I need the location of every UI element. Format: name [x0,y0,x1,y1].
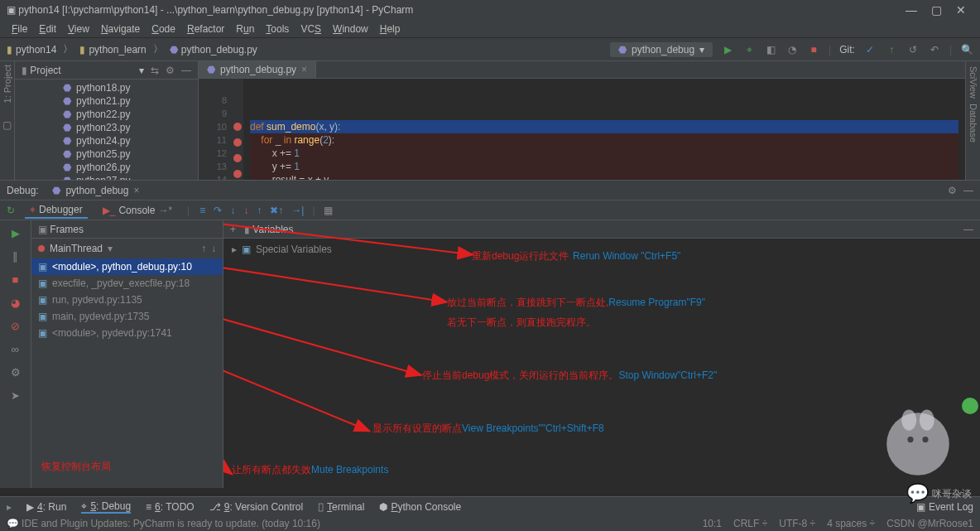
project-file[interactable]: ⬣python26.py [15,161,198,174]
stack-frame[interactable]: ▣<module>, python_debug.py:10 [31,258,223,275]
git-commit-icon[interactable]: ↑ [885,43,898,56]
minimize-button[interactable]: — [899,3,924,17]
force-step-icon[interactable]: ↓ [243,205,248,216]
step-into-icon[interactable]: ↷ [214,205,222,216]
balloon-icon[interactable]: 💬 [7,518,19,529]
project-file[interactable]: ⬣python25.py [15,147,198,161]
stack-frame[interactable]: ▣run, pydevd.py:1135 [31,292,223,308]
evaluate-icon[interactable]: ▦ [324,205,333,216]
expand-icon[interactable]: ▸ [232,244,237,255]
project-tool-tab[interactable]: 1: Project [2,65,12,103]
add-watch-icon[interactable]: + [230,224,236,235]
chevron-down-icon[interactable]: ▾ [139,65,144,76]
run-to-cursor-icon[interactable]: →| [291,205,304,216]
event-log-button[interactable]: ▣ Event Log [916,501,973,513]
profile-button[interactable]: ◔ [785,43,799,56]
mute-breakpoints-icon[interactable]: ⊘ [8,318,23,333]
window-title: python14 [I:\pycharm\python14] - ...\pyt… [18,4,413,16]
stop-button[interactable]: ■ [807,43,820,56]
square-icon[interactable]: ▢ [2,119,12,131]
menu-code[interactable]: Code [147,22,180,36]
breakpoint-icon[interactable] [233,154,242,162]
menu-view[interactable]: View [63,22,94,36]
step-out-icon[interactable]: ↑ [257,205,262,216]
rerun-icon[interactable]: ↻ [7,205,15,216]
menu-help[interactable]: Help [375,22,406,36]
close-icon[interactable]: × [301,64,307,75]
hide-icon[interactable]: — [963,224,973,235]
menu-tools[interactable]: Tools [261,22,294,36]
pause-icon[interactable]: ∥ [8,249,23,263]
next-frame-icon[interactable]: ↓ [211,243,216,254]
status-item[interactable]: 10:1 [703,518,722,529]
git-update-icon[interactable]: ✓ [863,43,877,56]
project-file[interactable]: ⬣python24.py [15,134,198,147]
debug-session-tab[interactable]: ⬣ python_debug × [44,182,147,199]
stack-frame[interactable]: ▣execfile, _pydev_execfile.py:18 [31,275,223,292]
menu-window[interactable]: Window [328,22,373,36]
debug-button[interactable]: ⌖ [742,43,756,56]
status-item[interactable]: UTF-8 ÷ [779,518,815,529]
hide-icon[interactable]: — [181,65,191,76]
menu-file[interactable]: File [7,22,32,36]
project-file[interactable]: ⬣python21.py [15,94,198,108]
project-file[interactable]: ⬣python18.py [15,81,198,94]
breakpoint-icon[interactable] [233,138,242,147]
gear-icon[interactable]: ⚙ [166,65,175,76]
status-item[interactable]: 4 spaces ÷ [827,518,875,529]
menu-edit[interactable]: Edit [34,22,61,36]
status-item[interactable]: CSDN @MrRoose1 [886,518,973,529]
thread-selector[interactable]: MainThread ▾ ↑ ↓ [31,239,223,258]
breakpoint-icon[interactable] [233,170,242,178]
crumb-file[interactable]: python_debug.py [181,44,257,56]
sciview-tab[interactable]: SciView [968,66,978,99]
git-revert-icon[interactable]: ↶ [928,43,941,56]
status-item[interactable]: CRLF ÷ [733,518,767,529]
menu-refactor[interactable]: Refactor [182,22,229,36]
view-breakpoints-icon[interactable]: ◕ [8,295,23,310]
project-file[interactable]: ⬣python23.py [15,121,198,134]
crumb-root[interactable]: python14 [16,44,56,56]
settings-icon[interactable]: ⚙ [8,364,23,379]
coverage-button[interactable]: ◧ [764,43,777,56]
bottom-tab[interactable]: ≡6: TODO [146,501,195,513]
debugger-subtab[interactable]: ⌖ Debugger [25,202,88,219]
editor-tab[interactable]: ⬣ python_debug.py × [199,61,316,78]
bottom-tab[interactable]: ▶4: Run [26,501,66,513]
menu-navigate[interactable]: Navigate [96,22,145,36]
menu-vcs[interactable]: VCS [295,22,326,36]
console-subtab[interactable]: ▶_ Console →* [98,203,177,218]
collapse-icon[interactable]: ⇆ [151,65,159,76]
search-icon[interactable]: 🔍 [960,43,973,56]
step-over-icon[interactable]: ≡ [199,205,205,216]
gear-icon[interactable]: ⚙ [948,185,957,196]
breakpoint-icon[interactable] [233,123,242,131]
layout-icon[interactable]: ∞ [8,341,23,356]
drop-frame-icon[interactable]: ✖↑ [270,205,283,216]
project-file[interactable]: ⬣python22.py [15,108,198,121]
stack-frame[interactable]: ▣<module>, pydevd.py:1741 [31,325,223,341]
stop-icon[interactable]: ■ [8,272,23,287]
bottom-tab[interactable]: ⎇9: Version Control [209,501,303,513]
bottom-tab[interactable]: ⌖5: Debug [81,500,131,514]
git-history-icon[interactable]: ↺ [906,43,920,56]
crumb-folder[interactable]: python_learn [89,44,146,56]
stack-frame[interactable]: ▣main, pydevd.py:1735 [31,308,223,325]
project-tree[interactable]: ⬣python18.py⬣python21.py⬣python22.py⬣pyt… [15,80,198,180]
step-into-my-icon[interactable]: ↓ [230,205,235,216]
run-config-selector[interactable]: ⬣ python_debug ▾ [610,42,713,57]
close-icon[interactable]: × [133,185,139,196]
database-tab[interactable]: Database [968,104,978,142]
maximize-button[interactable]: ▢ [924,3,949,17]
run-button[interactable]: ▶ [721,43,734,56]
close-button[interactable]: ✕ [949,3,973,17]
resume-icon[interactable]: ▶ [8,225,23,240]
project-file[interactable]: ⬣python27.py [15,174,198,180]
pin-icon[interactable]: ➤ [8,388,23,403]
bottom-tab[interactable]: ⬢Python Console [379,501,461,513]
bottom-tab[interactable]: ⌷Terminal [318,501,364,513]
menu-run[interactable]: Run [231,22,259,36]
prev-frame-icon[interactable]: ↑ [201,243,206,254]
special-variables-row[interactable]: ▸ ▣ Special Variables [232,244,972,255]
hide-icon[interactable]: — [963,185,973,196]
